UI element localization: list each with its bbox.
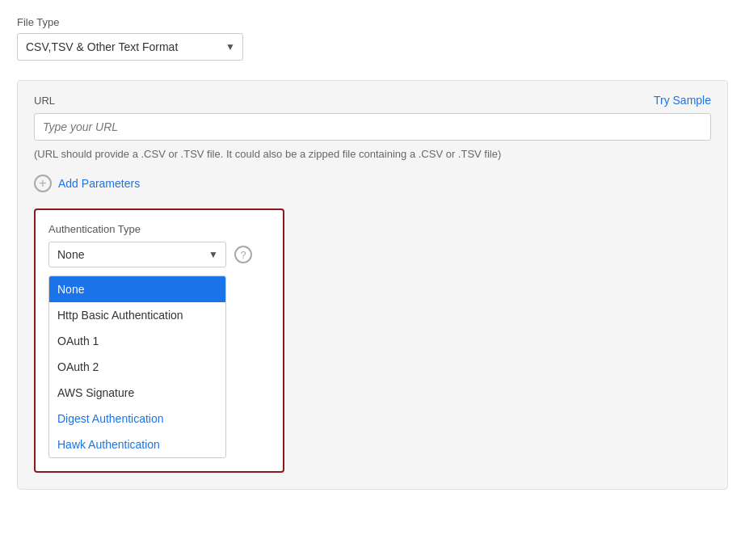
try-sample-link[interactable]: Try Sample (654, 94, 711, 107)
auth-section: Authentication Type None Http Basic Auth… (34, 208, 284, 473)
help-icon[interactable]: ? (234, 246, 252, 263)
page-container: File Type CSV,TSV & Other Text Format JS… (17, 16, 728, 490)
dropdown-item-oauth2[interactable]: OAuth 2 (49, 354, 225, 380)
url-panel: URL Try Sample (URL should provide a .CS… (17, 80, 728, 490)
url-input[interactable] (34, 113, 711, 141)
dropdown-item-http-basic[interactable]: Http Basic Authentication (49, 302, 225, 328)
file-type-section: File Type CSV,TSV & Other Text Format JS… (17, 16, 728, 61)
dropdown-item-aws[interactable]: AWS Signature (49, 380, 225, 406)
url-label: URL (34, 95, 55, 107)
url-panel-header: URL Try Sample (34, 94, 711, 107)
dropdown-item-digest[interactable]: Digest Authentication (49, 406, 225, 432)
auth-type-label: Authentication Type (48, 223, 270, 235)
add-parameters-icon: + (34, 175, 52, 192)
auth-dropdown-row: None Http Basic Authentication OAuth 1 O… (48, 242, 270, 267)
dropdown-item-hawk[interactable]: Hawk Authentication (49, 432, 225, 457)
auth-type-select[interactable]: None Http Basic Authentication OAuth 1 O… (48, 242, 226, 267)
dropdown-item-oauth1[interactable]: OAuth 1 (49, 328, 225, 354)
dropdown-item-none[interactable]: None (49, 276, 225, 302)
add-parameters-label: Add Parameters (58, 177, 140, 190)
file-type-select[interactable]: CSV,TSV & Other Text Format JSON XML Exc… (17, 33, 243, 61)
auth-dropdown-list: None Http Basic Authentication OAuth 1 O… (48, 276, 226, 458)
file-type-label: File Type (17, 16, 728, 28)
add-parameters-row[interactable]: + Add Parameters (34, 175, 711, 192)
auth-select-wrapper: None Http Basic Authentication OAuth 1 O… (48, 242, 226, 267)
file-type-select-wrapper: CSV,TSV & Other Text Format JSON XML Exc… (17, 33, 243, 61)
url-hint: (URL should provide a .CSV or .TSV file.… (34, 147, 711, 162)
